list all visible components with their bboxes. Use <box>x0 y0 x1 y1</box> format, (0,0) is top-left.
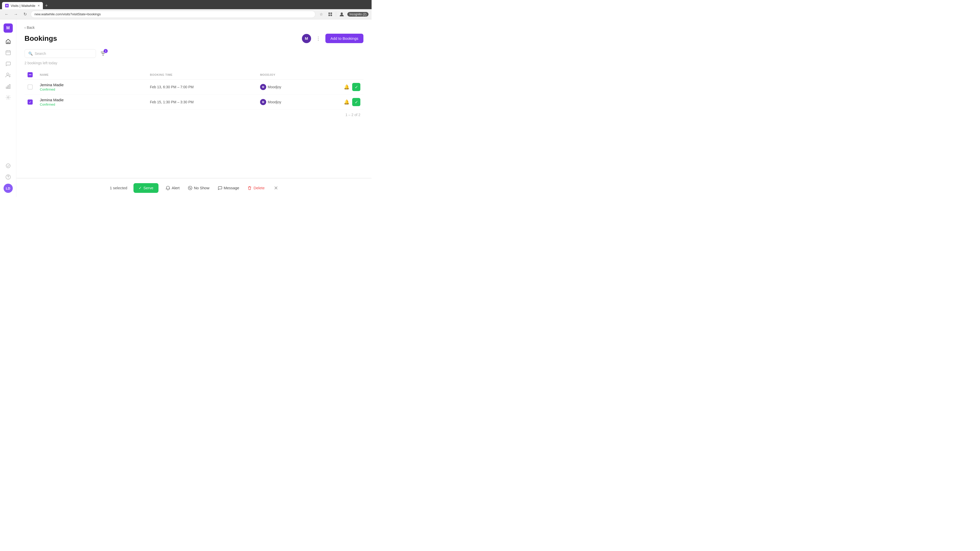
row-name-1: Jemina Madie <box>40 83 146 87</box>
search-box[interactable]: 🔍 Search <box>24 49 96 58</box>
row-actions-2: 🔔 ✓ <box>335 98 360 106</box>
add-to-bookings-button[interactable]: Add to Bookings <box>325 34 363 43</box>
main-content: ‹ Back Bookings M ⋮ Add to Bookings 🔍 Se… <box>16 19 372 197</box>
svg-point-4 <box>341 13 343 14</box>
location-avatar-2: M <box>260 99 266 105</box>
search-placeholder: Search <box>35 52 46 56</box>
alert-button[interactable]: Alert <box>165 184 181 192</box>
sidebar-item-calendar[interactable] <box>3 48 13 57</box>
svg-point-7 <box>6 73 9 75</box>
extensions-icon[interactable] <box>327 11 334 18</box>
url-bar[interactable]: new.waitwhile.com/visits?visitState=book… <box>30 11 315 18</box>
sidebar: M <box>0 19 16 197</box>
bookmark-icon[interactable]: ☆ <box>318 11 325 18</box>
col-header-moodjoy: MOODJOY <box>260 73 331 76</box>
address-bar: ← → ↻ new.waitwhile.com/visits?visitStat… <box>0 9 372 19</box>
forward-nav-button[interactable]: → <box>12 11 19 18</box>
message-button[interactable]: Message <box>217 184 240 192</box>
row-name-2: Jemina Madie <box>40 98 146 102</box>
no-show-button[interactable]: No Show <box>187 184 210 192</box>
delete-label: Delete <box>253 186 264 190</box>
bell-icon-1[interactable]: 🔔 <box>343 83 350 91</box>
search-area: 🔍 Search 1 <box>24 49 363 58</box>
select-all-checkbox[interactable] <box>27 72 33 77</box>
serve-button[interactable]: ✓ Serve <box>134 183 159 193</box>
tab-bar: M Visits | Waitwhile ✕ + <box>0 0 372 9</box>
back-link[interactable]: ‹ Back <box>24 25 363 30</box>
page-header: Bookings M ⋮ Add to Bookings <box>24 34 363 43</box>
row-location-2: M Moodjoy <box>260 99 331 105</box>
sidebar-item-analytics[interactable] <box>3 82 13 91</box>
svg-rect-8 <box>6 87 7 89</box>
message-icon <box>218 186 222 190</box>
alert-bell-icon <box>165 186 170 190</box>
action-bar: 1 selected ✓ Serve Alert No Show <box>16 179 372 197</box>
incognito-badge: Incognito (2) <box>347 12 369 17</box>
table-row: ✓ Jemina Madie Confirmed Feb 15, 1:30 PM… <box>24 95 363 110</box>
bookings-table: NAME BOOKING TIME MOODJOY Jemina Madie C… <box>24 70 363 117</box>
app-layout: M <box>0 19 372 197</box>
check-button-1[interactable]: ✓ <box>352 83 360 91</box>
svg-point-11 <box>7 97 9 98</box>
row-status-1: Confirmed <box>40 87 146 91</box>
row-checkbox-1[interactable] <box>27 84 33 89</box>
table-row: Jemina Madie Confirmed Feb 13, 6:30 PM –… <box>24 79 363 95</box>
header-actions: M ⋮ Add to Bookings <box>302 34 363 43</box>
tab-favicon: M <box>5 4 9 7</box>
pagination-info: 1 – 2 of 2 <box>24 110 363 117</box>
check-button-2[interactable]: ✓ <box>352 98 360 106</box>
svg-point-12 <box>6 164 10 168</box>
sidebar-item-integrations[interactable] <box>3 161 13 170</box>
serve-check-icon: ✓ <box>138 186 142 190</box>
url-text: new.waitwhile.com/visits?visitState=book… <box>35 12 101 16</box>
location-name-1: Moodjoy <box>268 85 281 89</box>
sidebar-item-settings[interactable] <box>3 93 13 102</box>
sidebar-item-home[interactable] <box>3 37 13 46</box>
svg-rect-6 <box>6 51 11 55</box>
sidebar-logo[interactable]: M <box>3 24 13 33</box>
page-title: Bookings <box>24 35 57 43</box>
sidebar-item-help[interactable] <box>3 172 13 182</box>
sidebar-item-users[interactable] <box>3 70 13 79</box>
svg-rect-10 <box>9 84 10 89</box>
bookings-info: 2 bookings left today <box>24 61 363 65</box>
row-name-col-1: Jemina Madie Confirmed <box>40 83 146 91</box>
back-label: Back <box>27 25 35 30</box>
user-avatar-header[interactable]: M <box>302 34 311 43</box>
row-status-2: Confirmed <box>40 103 146 106</box>
row-location-1: M Moodjoy <box>260 84 331 90</box>
delete-button[interactable]: Delete <box>246 184 266 192</box>
more-options-button[interactable]: ⋮ <box>314 35 322 43</box>
selected-count: 1 selected <box>110 186 127 190</box>
sidebar-item-chat[interactable] <box>3 59 13 68</box>
filter-badge: 1 <box>103 49 108 53</box>
row-booking-time-2: Feb 15, 1:30 PM – 3:30 PM <box>150 100 256 104</box>
address-actions: ☆ Incognito (2) <box>318 11 369 18</box>
serve-label: Serve <box>143 186 153 190</box>
col-header-name: NAME <box>40 73 146 76</box>
svg-rect-9 <box>8 86 9 89</box>
filter-button[interactable]: 1 <box>99 49 107 58</box>
table-header: NAME BOOKING TIME MOODJOY <box>24 70 363 79</box>
user-avatar-bottom[interactable]: LD <box>3 184 13 193</box>
new-tab-button[interactable]: + <box>43 2 50 9</box>
reload-button[interactable]: ↻ <box>21 11 29 18</box>
col-header-booking-time: BOOKING TIME <box>150 73 256 76</box>
back-arrow-icon: ‹ <box>24 25 26 30</box>
alert-label: Alert <box>172 186 180 190</box>
no-show-icon <box>188 186 192 190</box>
message-label: Message <box>224 186 239 190</box>
location-avatar-1: M <box>260 84 266 90</box>
tab-title: Visits | Waitwhile <box>11 4 35 8</box>
row-actions-1: 🔔 ✓ <box>335 83 360 91</box>
profile-icon[interactable] <box>338 11 345 18</box>
no-show-label: No Show <box>194 186 210 190</box>
delete-icon <box>247 186 252 190</box>
close-action-bar-button[interactable]: ✕ <box>274 185 278 191</box>
bell-icon-2[interactable]: 🔔 <box>343 98 350 106</box>
tab-close-button[interactable]: ✕ <box>38 4 40 7</box>
row-booking-time-1: Feb 13, 6:30 PM – 7:00 PM <box>150 85 256 89</box>
back-nav-button[interactable]: ← <box>3 11 10 18</box>
active-tab[interactable]: M Visits | Waitwhile ✕ <box>2 2 43 9</box>
row-checkbox-2[interactable]: ✓ <box>27 100 33 105</box>
